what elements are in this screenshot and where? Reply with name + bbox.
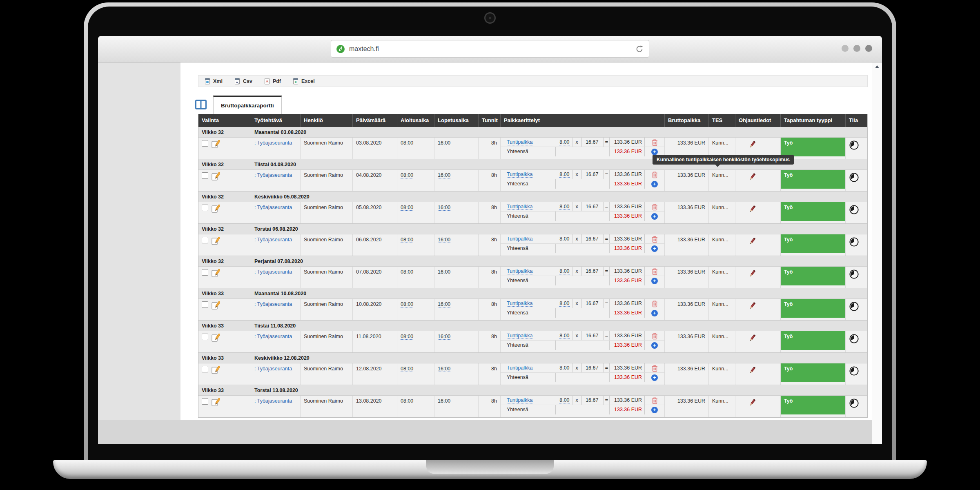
- delete-pay-line-icon[interactable]: [651, 332, 658, 340]
- quantity-field[interactable]: 8.00: [559, 301, 569, 307]
- end-time-field[interactable]: 16:00: [438, 366, 450, 372]
- tes-cell[interactable]: Kunn...: [709, 299, 735, 320]
- quantity-field[interactable]: 8.00: [559, 333, 569, 339]
- pay-component-link[interactable]: Tuntipalkka: [507, 268, 532, 274]
- quantity-field[interactable]: 8.00: [559, 268, 569, 274]
- export-excel-button[interactable]: X Excel: [292, 78, 315, 85]
- tes-cell[interactable]: Kunn...: [709, 331, 735, 352]
- pay-component-link[interactable]: Tuntipalkka: [507, 172, 532, 178]
- task-link[interactable]: : Työajaseuranta: [254, 301, 292, 307]
- pay-component-link[interactable]: Tuntipalkka: [507, 204, 532, 210]
- start-time-field[interactable]: 08:00: [401, 398, 413, 404]
- quantity-field[interactable]: 8.00: [559, 236, 569, 242]
- control-pencil-icon[interactable]: [748, 269, 757, 278]
- tes-cell[interactable]: Kunn...: [709, 363, 735, 385]
- pay-component-link[interactable]: Tuntipalkka: [507, 397, 532, 403]
- edit-note-icon[interactable]: [211, 301, 220, 310]
- delete-pay-line-icon[interactable]: [651, 138, 658, 146]
- pay-component-link[interactable]: Tuntipalkka: [507, 333, 532, 339]
- task-link[interactable]: : Työajaseuranta: [254, 269, 292, 275]
- scrollbar[interactable]: [872, 62, 882, 444]
- delete-pay-line-icon[interactable]: [651, 171, 658, 178]
- start-time-field[interactable]: 08:00: [401, 140, 413, 146]
- export-csv-button[interactable]: a, Csv: [234, 78, 252, 85]
- add-pay-line-icon[interactable]: +: [651, 342, 658, 349]
- delete-pay-line-icon[interactable]: [651, 203, 658, 211]
- end-time-field[interactable]: 16:00: [438, 140, 450, 146]
- quantity-field[interactable]: 8.00: [559, 365, 569, 371]
- task-link[interactable]: : Työajaseuranta: [254, 172, 292, 178]
- task-link[interactable]: : Työajaseuranta: [254, 205, 292, 210]
- task-link[interactable]: : Työajaseuranta: [254, 140, 292, 146]
- event-type-badge[interactable]: Työ: [781, 138, 845, 156]
- edit-note-icon[interactable]: [211, 140, 220, 149]
- quantity-field[interactable]: 8.00: [559, 139, 569, 145]
- start-time-field[interactable]: 08:00: [401, 334, 413, 340]
- reload-icon[interactable]: [635, 45, 644, 53]
- event-type-badge[interactable]: Työ: [781, 299, 845, 318]
- status-clock-icon[interactable]: [849, 398, 865, 408]
- status-clock-icon[interactable]: [849, 269, 865, 279]
- tab-bruttopalkkaraportti[interactable]: Bruttopalkkaraportti: [213, 96, 282, 114]
- task-link[interactable]: : Työajaseuranta: [254, 237, 292, 243]
- pay-component-link[interactable]: Tuntipalkka: [507, 365, 532, 371]
- control-pencil-icon[interactable]: [748, 237, 757, 246]
- row-checkbox[interactable]: [202, 366, 208, 372]
- report-layout-icon[interactable]: [195, 100, 207, 110]
- control-pencil-icon[interactable]: [748, 334, 757, 343]
- status-clock-icon[interactable]: [849, 237, 865, 247]
- add-pay-line-icon[interactable]: +: [651, 245, 658, 252]
- control-pencil-icon[interactable]: [748, 398, 757, 407]
- pay-component-link[interactable]: Tuntipalkka: [507, 236, 532, 242]
- start-time-field[interactable]: 08:00: [401, 237, 413, 243]
- row-checkbox[interactable]: [202, 269, 208, 276]
- row-checkbox[interactable]: [202, 140, 208, 147]
- task-link[interactable]: : Työajaseuranta: [254, 398, 292, 404]
- row-checkbox[interactable]: [202, 334, 208, 340]
- quantity-field[interactable]: 8.00: [559, 204, 569, 210]
- add-pay-line-icon[interactable]: +: [651, 310, 658, 316]
- event-type-badge[interactable]: Työ: [781, 170, 845, 189]
- tes-cell[interactable]: Kunn...: [709, 234, 735, 256]
- event-type-badge[interactable]: Työ: [781, 396, 845, 414]
- pay-component-link[interactable]: Tuntipalkka: [507, 139, 532, 145]
- status-clock-icon[interactable]: [849, 366, 865, 376]
- end-time-field[interactable]: 16:00: [438, 237, 450, 243]
- add-pay-line-icon[interactable]: +: [651, 407, 658, 413]
- add-pay-line-icon[interactable]: +: [651, 213, 658, 220]
- control-pencil-icon[interactable]: [748, 301, 757, 310]
- end-time-field[interactable]: 16:00: [438, 205, 450, 211]
- export-pdf-button[interactable]: Pdf: [264, 78, 281, 85]
- control-pencil-icon[interactable]: [748, 172, 757, 181]
- status-clock-icon[interactable]: [849, 140, 865, 150]
- add-pay-line-icon[interactable]: +: [651, 374, 658, 381]
- control-pencil-icon[interactable]: [748, 366, 757, 375]
- start-time-field[interactable]: 08:00: [401, 172, 413, 178]
- status-clock-icon[interactable]: [849, 172, 865, 183]
- edit-note-icon[interactable]: [211, 334, 220, 343]
- end-time-field[interactable]: 16:00: [438, 172, 450, 178]
- row-checkbox[interactable]: [202, 398, 208, 405]
- event-type-badge[interactable]: Työ: [781, 202, 845, 221]
- start-time-field[interactable]: 08:00: [401, 269, 413, 275]
- task-link[interactable]: : Työajaseuranta: [254, 366, 292, 372]
- status-clock-icon[interactable]: [849, 205, 865, 215]
- row-checkbox[interactable]: [202, 205, 208, 211]
- quantity-field[interactable]: 8.00: [559, 397, 569, 403]
- tes-cell[interactable]: Kunn...: [709, 267, 735, 288]
- event-type-badge[interactable]: Työ: [781, 267, 845, 285]
- edit-note-icon[interactable]: [211, 366, 220, 375]
- start-time-field[interactable]: 08:00: [401, 301, 413, 307]
- start-time-field[interactable]: 08:00: [401, 205, 413, 211]
- edit-note-icon[interactable]: [211, 237, 220, 246]
- row-checkbox[interactable]: [202, 301, 208, 308]
- event-type-badge[interactable]: Työ: [781, 363, 845, 382]
- edit-note-icon[interactable]: [211, 269, 220, 278]
- add-pay-line-icon[interactable]: +: [651, 149, 658, 155]
- delete-pay-line-icon[interactable]: [651, 267, 658, 275]
- tes-cell[interactable]: Kunn...: [709, 396, 735, 417]
- end-time-field[interactable]: 16:00: [438, 334, 450, 340]
- event-type-badge[interactable]: Työ: [781, 234, 845, 253]
- delete-pay-line-icon[interactable]: [651, 235, 658, 243]
- window-controls[interactable]: [842, 45, 872, 52]
